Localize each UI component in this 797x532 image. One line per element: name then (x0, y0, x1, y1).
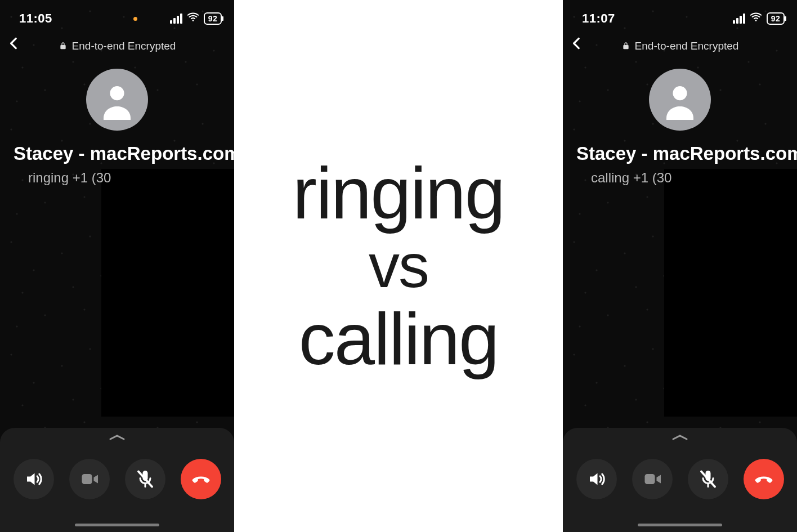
svg-point-0 (192, 20, 194, 21)
status-bar: 11:07 92 (563, 0, 797, 29)
avatar[interactable] (649, 69, 711, 131)
svg-point-5 (755, 20, 757, 21)
panel-drag-handle[interactable] (671, 433, 689, 441)
headline-line-3: calling (299, 299, 499, 378)
video-icon (642, 469, 662, 489)
call-controls-panel (563, 428, 797, 532)
status-bar: 11:05 92 (0, 0, 234, 29)
svg-rect-2 (82, 474, 92, 484)
avatar-wrap (0, 69, 234, 131)
back-button[interactable] (570, 36, 584, 53)
chevron-up-icon (671, 433, 689, 441)
end-call-button[interactable] (181, 459, 221, 499)
video-icon (79, 469, 100, 489)
video-button[interactable] (632, 459, 673, 499)
encryption-indicator: End-to-end Encrypted (621, 40, 739, 52)
svg-point-6 (673, 86, 687, 100)
home-indicator[interactable] (638, 524, 722, 526)
nav-row: End-to-end Encrypted (563, 33, 797, 60)
speaker-icon (586, 469, 607, 489)
cellular-signal-icon (170, 14, 182, 24)
call-status-text: calling +1 (30 (563, 170, 797, 186)
status-time: 11:05 (19, 11, 52, 26)
svg-rect-7 (644, 474, 655, 484)
encryption-label: End-to-end Encrypted (635, 40, 739, 52)
avatar-wrap (563, 69, 797, 131)
call-controls-panel (0, 428, 234, 532)
comparison-headline: ringing vs calling (234, 0, 563, 532)
call-buttons-row (563, 441, 797, 532)
svg-point-1 (110, 86, 124, 100)
chevron-left-icon (570, 36, 584, 51)
mute-button[interactable] (125, 459, 165, 499)
contact-name: Stacey - macReports.com (563, 143, 797, 164)
avatar[interactable] (86, 69, 148, 131)
chevron-left-icon (7, 36, 21, 51)
lock-icon (621, 42, 630, 51)
end-call-icon (754, 469, 774, 489)
end-call-icon (191, 469, 211, 489)
wifi-icon (187, 11, 199, 26)
speaker-icon (24, 469, 44, 489)
phone-screenshot-left: 11:05 92 End-to-end Encrypted (0, 0, 234, 532)
headline-line-1: ringing (293, 154, 504, 233)
wifi-icon (750, 11, 762, 26)
encryption-label: End-to-end Encrypted (72, 40, 176, 52)
call-status-text: ringing +1 (30 (0, 170, 234, 186)
back-button[interactable] (7, 36, 21, 53)
mic-off-icon (135, 469, 155, 489)
end-call-button[interactable] (744, 459, 784, 499)
person-icon (97, 79, 137, 120)
redaction-mask (101, 169, 234, 417)
battery-indicator: 92 (767, 12, 785, 25)
battery-indicator: 92 (204, 12, 222, 25)
call-buttons-row (0, 441, 234, 532)
phone-screenshot-right: 11:07 92 End-to-end Encrypted S (563, 0, 797, 532)
home-indicator[interactable] (75, 524, 159, 526)
status-time: 11:07 (582, 11, 615, 26)
person-icon (660, 79, 700, 120)
mic-off-icon (698, 469, 718, 489)
privacy-dot-icon (133, 17, 137, 21)
lock-icon (59, 42, 68, 51)
mute-button[interactable] (688, 459, 728, 499)
redaction-mask (664, 169, 797, 417)
encryption-indicator: End-to-end Encrypted (59, 40, 176, 52)
chevron-up-icon (108, 433, 126, 441)
cellular-signal-icon (733, 14, 745, 24)
video-button[interactable] (69, 459, 110, 499)
nav-row: End-to-end Encrypted (0, 33, 234, 60)
speaker-button[interactable] (576, 459, 617, 499)
panel-drag-handle[interactable] (108, 433, 126, 441)
contact-name: Stacey - macReports.com (0, 143, 234, 164)
status-right-cluster: 92 (133, 11, 222, 26)
speaker-button[interactable] (14, 459, 54, 499)
status-right-cluster: 92 (733, 11, 785, 26)
headline-line-2: vs (369, 233, 428, 299)
